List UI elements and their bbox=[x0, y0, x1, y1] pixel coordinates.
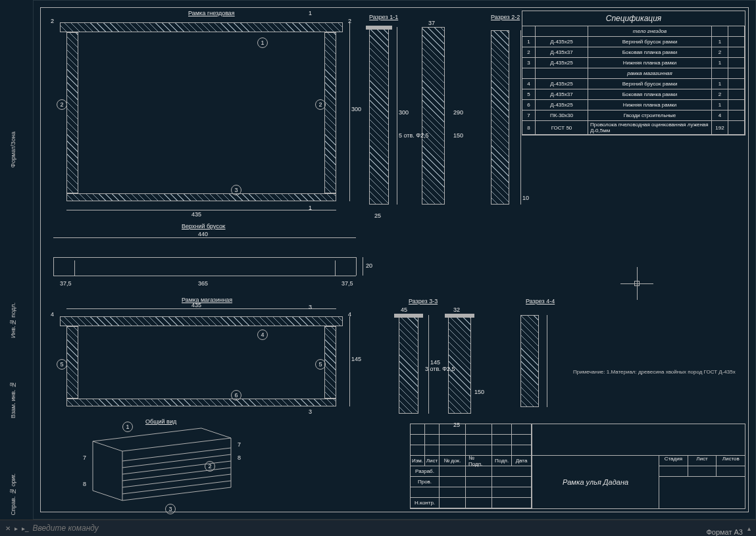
section-mark: 3 bbox=[309, 408, 312, 415]
dim-text: 37 bbox=[428, 20, 435, 26]
view-title: Общий вид bbox=[145, 418, 176, 425]
left-label: Инв.№ подл. bbox=[10, 303, 16, 338]
dim bbox=[66, 210, 336, 210]
frame-right bbox=[324, 32, 336, 193]
dim-text: 365 bbox=[198, 280, 208, 287]
spec-title: Спецификация bbox=[522, 11, 745, 26]
callout-1: 1 bbox=[257, 37, 268, 48]
callout-iso8: 8 bbox=[83, 481, 86, 487]
section-cap bbox=[394, 314, 423, 318]
dim bbox=[397, 27, 397, 205]
view-title: Верхний брусоĸ bbox=[182, 223, 226, 230]
callout-2b: 2 bbox=[315, 99, 326, 110]
dim-text: 3 отв. Ф2,5 bbox=[425, 366, 455, 372]
dim-text: 20 bbox=[366, 262, 372, 269]
chevron-right-icon[interactable]: ▸ bbox=[14, 525, 18, 532]
dim-text: 45 bbox=[401, 306, 407, 313]
view-title: Разрез 2-2 bbox=[491, 14, 520, 20]
left-label: Взам. инв. № bbox=[10, 381, 16, 418]
terminal-icon: ▸_ bbox=[22, 525, 29, 532]
dim-text: 435 bbox=[191, 302, 201, 308]
dim-text: 10 bbox=[522, 195, 529, 201]
close-icon[interactable]: ✕ bbox=[5, 525, 11, 532]
bar-r bbox=[356, 257, 357, 276]
callout-iso1: 1 bbox=[122, 422, 133, 432]
callout-iso3: 3 bbox=[165, 504, 176, 514]
note-text: Примечание: 1.Материал: древесина хвойны… bbox=[573, 369, 736, 375]
bar-notch bbox=[335, 260, 336, 276]
frame-top bbox=[60, 22, 343, 32]
section-1 bbox=[369, 27, 389, 205]
callout-3: 3 bbox=[231, 185, 241, 195]
dim-text: 37,5 bbox=[341, 280, 353, 287]
title-block: Изм.Лист№ доĸ.№ Подп.Подп.Дата Разраб. П… bbox=[410, 424, 745, 509]
section-mark: 3 bbox=[309, 304, 312, 310]
dim-text: 25 bbox=[374, 212, 381, 219]
bar-l bbox=[53, 257, 54, 276]
callout-4: 4 bbox=[257, 329, 268, 340]
dim bbox=[53, 237, 356, 238]
section-cap bbox=[445, 314, 474, 318]
section-cap bbox=[366, 26, 392, 30]
frame-bottom bbox=[66, 193, 336, 201]
command-bar[interactable]: ✕ ▸ ▸_ ▴ bbox=[0, 520, 756, 536]
dim bbox=[349, 316, 350, 406]
section-3b bbox=[448, 315, 471, 414]
left-label: Справ. № ориг. bbox=[10, 474, 16, 515]
callout-5b: 5 bbox=[315, 359, 326, 370]
dim-text: 300 bbox=[399, 109, 409, 116]
left-label: Формат/Зона bbox=[10, 132, 16, 168]
dim bbox=[520, 30, 521, 205]
bar-notch bbox=[74, 260, 75, 276]
section-mark: 1 bbox=[309, 10, 312, 16]
dim bbox=[547, 315, 547, 407]
section-2a bbox=[422, 27, 445, 205]
dim-text: 5 отв. Ф2,5 bbox=[399, 132, 429, 139]
spec-table: Спецификация тело гнездов 1Д-435х25Верхн… bbox=[522, 11, 745, 135]
command-input[interactable] bbox=[33, 524, 743, 533]
section-2b bbox=[491, 30, 509, 205]
dim-text: 37,5 bbox=[60, 280, 72, 287]
view-title: Разрез 1-1 bbox=[369, 14, 398, 20]
frame2-left bbox=[66, 326, 78, 399]
section-4 bbox=[520, 315, 539, 407]
dim-text: 440 bbox=[198, 231, 208, 237]
dim-text: 435 bbox=[191, 211, 201, 218]
bar-bot bbox=[53, 276, 356, 276]
section-mark: 2 bbox=[51, 18, 54, 24]
section-mark: 4 bbox=[51, 311, 54, 318]
callout-iso8b: 8 bbox=[238, 454, 241, 461]
dim-text: 145 bbox=[430, 359, 440, 366]
chevron-up-icon[interactable]: ▴ bbox=[747, 525, 751, 532]
drawing-canvas[interactable]: Рамĸа гнездовая 1 2 2 3 435 300 1 1 2 2 … bbox=[33, 0, 756, 520]
dim bbox=[349, 22, 350, 201]
section-mark: 4 bbox=[348, 311, 351, 318]
dim-text: 290 bbox=[453, 109, 463, 116]
dim bbox=[428, 315, 429, 414]
callout-iso7: 7 bbox=[83, 454, 86, 461]
crosshair-cursor bbox=[620, 267, 653, 300]
dim-text: 150 bbox=[474, 389, 484, 395]
callout-2: 2 bbox=[57, 99, 67, 110]
dim bbox=[363, 257, 363, 276]
frame2-top bbox=[60, 316, 343, 326]
frame2-right bbox=[324, 326, 336, 399]
dim bbox=[66, 308, 336, 309]
section-3a bbox=[399, 315, 418, 414]
callout-iso2: 2 bbox=[205, 461, 215, 472]
frame-left bbox=[66, 32, 78, 193]
dim-text: 32 bbox=[453, 306, 460, 313]
dim-text: 300 bbox=[351, 106, 361, 112]
view-title: Разрез 4-4 bbox=[526, 298, 555, 305]
section-mark: 2 bbox=[348, 18, 351, 24]
section-mark: 1 bbox=[309, 205, 312, 211]
dim-text: 145 bbox=[351, 356, 361, 362]
bar-top bbox=[53, 257, 356, 258]
dim-text: 150 bbox=[453, 132, 463, 139]
view-title: Рамĸа магазинная bbox=[182, 297, 232, 303]
view-title: Разрез 3-3 bbox=[409, 298, 438, 305]
callout-iso7b: 7 bbox=[238, 441, 241, 448]
format-label: Формат А3 bbox=[706, 528, 743, 536]
callout-6: 6 bbox=[231, 390, 241, 401]
frame2-bottom bbox=[66, 399, 336, 406]
